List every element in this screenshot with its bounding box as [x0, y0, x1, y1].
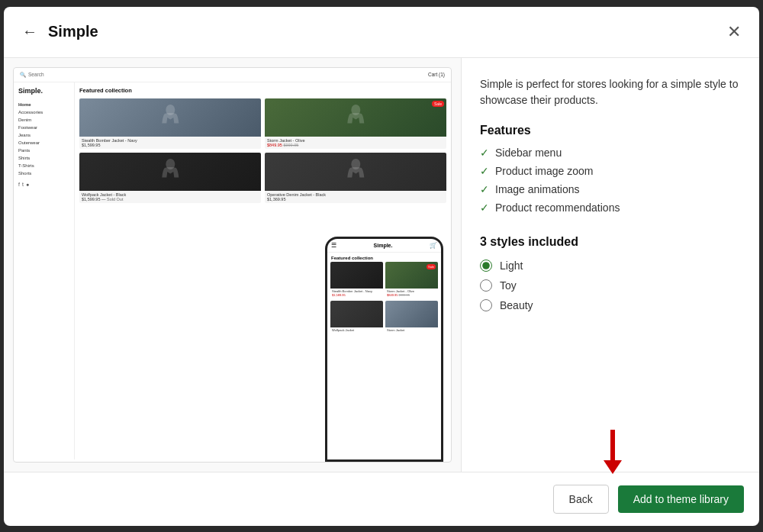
- style-option-light[interactable]: Light: [480, 260, 741, 272]
- feature-item-animations: ✓ Image animations: [480, 183, 741, 195]
- product-image-4: [265, 153, 446, 191]
- phone-sale-badge: Sale: [427, 264, 436, 269]
- facebook-icon: f: [18, 182, 20, 187]
- theme-preview: 🔍 Search Cart (1) Simple. Home Accessori…: [4, 58, 461, 472]
- site-nav-bar: 🔍 Search Cart (1): [14, 68, 451, 82]
- product-image-1: [79, 98, 261, 137]
- product-price-2: $849.95 $999.95: [267, 143, 444, 147]
- site-search: 🔍 Search: [20, 72, 44, 78]
- nav-item-denim: Denim: [18, 116, 69, 124]
- style-option-beauty[interactable]: Beauty: [480, 299, 741, 311]
- styles-section: 3 styles included Light Toy Beauty: [480, 235, 741, 319]
- site-section-title: Featured collection: [79, 87, 446, 94]
- radio-beauty[interactable]: [480, 299, 492, 311]
- arrow-indicator: [604, 430, 622, 474]
- phone-cart-icon: 🛒: [430, 242, 437, 249]
- nav-item-home: Home: [18, 101, 69, 108]
- feature-text-animations: Image animations: [495, 183, 580, 195]
- phone-nav: ☰ Simple. 🛒: [327, 239, 441, 253]
- product-info-3: Wolfpack Jacket - Black $1,599.95 — Sold…: [79, 191, 261, 203]
- arrow-down-icon: [604, 460, 622, 474]
- phone-product-info-1: Stealth Bomber Jacket - Navy $1,589.95: [330, 289, 383, 299]
- radio-toy[interactable]: [480, 279, 492, 292]
- add-to-library-button[interactable]: Add to theme library: [618, 485, 744, 513]
- phone-product-img-4: [385, 301, 438, 327]
- phone-product-grid: Stealth Bomber Jacket - Navy $1,589.95 S…: [327, 262, 441, 335]
- search-icon: 🔍: [20, 72, 26, 78]
- modal-footer: Back Add to theme library: [4, 472, 759, 526]
- phone-logo: Simple.: [374, 243, 393, 248]
- back-button[interactable]: Back: [553, 485, 609, 514]
- modal-header: ← Simple ✕: [4, 7, 759, 58]
- product-grid: Stealth Bomber Jacket - Navy $1,599.95: [79, 98, 446, 203]
- site-social-icons: f t ●: [18, 182, 69, 187]
- feature-text-zoom: Product image zoom: [495, 165, 593, 177]
- phone-product-img-3: [330, 301, 383, 327]
- modal-overlay: ← Simple ✕ 🔍 Search: [0, 0, 763, 532]
- product-image-2: [265, 98, 446, 137]
- close-icon: ✕: [727, 22, 741, 42]
- phone-product-name-4: Storm Jacket: [387, 329, 436, 333]
- check-icon-animations: ✓: [480, 183, 489, 195]
- phone-product-2: Sale Storm Jacket - Olive $849.95 $999.9…: [385, 262, 438, 299]
- sale-badge-2: Sale: [432, 101, 444, 107]
- phone-product-info-4: Storm Jacket: [385, 327, 438, 334]
- arrow-shaft: [610, 430, 615, 460]
- site-logo: Simple.: [18, 87, 69, 95]
- phone-product-img-1: [330, 262, 383, 289]
- phone-product-3: Wolfpack Jacket: [330, 301, 383, 334]
- phone-product-price-1: $1,589.95: [332, 293, 382, 297]
- phone-product-price-2: $849.95 $999.95: [387, 293, 436, 297]
- product-info-1: Stealth Bomber Jacket - Navy $1,599.95: [79, 137, 261, 149]
- nav-item-shirts: Shirts: [18, 154, 69, 162]
- product-card-1: Stealth Bomber Jacket - Navy $1,599.95: [79, 98, 261, 149]
- nav-item-footwear: Footwear: [18, 124, 69, 131]
- product-price-4: $1,369.95: [267, 197, 444, 202]
- site-sidebar: Simple. Home Accessories Denim Footwear …: [14, 82, 75, 459]
- nav-item-tshirts: T-Shirts: [18, 162, 69, 169]
- phone-product-1: Stealth Bomber Jacket - Navy $1,589.95: [330, 262, 383, 299]
- product-card-2: Sale Storm Jacket - Olive $849.95 $999.9…: [265, 98, 446, 149]
- instagram-icon: ●: [26, 182, 29, 187]
- phone-product-info-3: Wolfpack Jacket: [330, 327, 383, 334]
- feature-text-recommendations: Product recommendations: [495, 202, 620, 214]
- phone-screen: ☰ Simple. 🛒 Featured collection: [327, 239, 441, 459]
- phone-mockup: ☰ Simple. 🛒 Featured collection: [325, 237, 443, 462]
- product-info-2: Storm Jacket - Olive $849.95 $999.95: [265, 137, 446, 149]
- nav-item-shorts: Shorts: [18, 169, 69, 177]
- product-card-3: Wolfpack Jacket - Black $1,599.95 — Sold…: [79, 153, 261, 203]
- modal-back-button[interactable]: ←: [19, 20, 40, 44]
- feature-text-sidebar: Sidebar menu: [495, 147, 562, 159]
- site-mockup: 🔍 Search Cart (1) Simple. Home Accessori…: [13, 67, 452, 463]
- style-option-toy[interactable]: Toy: [480, 279, 741, 292]
- back-arrow-icon: ←: [22, 23, 37, 40]
- feature-item-recommendations: ✓ Product recommendations: [480, 202, 741, 214]
- nav-item-pants: Pants: [18, 147, 69, 154]
- modal-close-button[interactable]: ✕: [724, 19, 744, 45]
- phone-product-name-3: Wolfpack Jacket: [332, 329, 382, 333]
- style-label-light: Light: [500, 260, 523, 272]
- site-cart: Cart (1): [428, 72, 445, 77]
- feature-item-zoom: ✓ Product image zoom: [480, 165, 741, 177]
- modal-title: Simple: [48, 23, 724, 40]
- nav-item-accessories: Accessories: [18, 108, 69, 116]
- features-section: Features ✓ Sidebar menu ✓ Product image …: [480, 124, 741, 220]
- product-price-3: $1,599.95 — Sold Out: [82, 197, 259, 202]
- theme-description: Simple is perfect for stores looking for…: [480, 76, 741, 108]
- phone-product-info-2: Storm Jacket - Olive $849.95 $999.95: [385, 289, 438, 299]
- check-icon-zoom: ✓: [480, 165, 489, 177]
- check-icon-sidebar: ✓: [480, 147, 489, 159]
- check-icon-recommendations: ✓: [480, 202, 489, 214]
- nav-item-outerwear: Outerwear: [18, 139, 69, 147]
- phone-menu-icon: ☰: [331, 242, 336, 249]
- modal-body: 🔍 Search Cart (1) Simple. Home Accessori…: [4, 58, 759, 472]
- product-price-1: $1,599.95: [82, 143, 259, 147]
- style-label-beauty: Beauty: [500, 299, 533, 311]
- theme-detail-modal: ← Simple ✕ 🔍 Search: [4, 7, 759, 526]
- nav-item-jeans: Jeans: [18, 131, 69, 139]
- feature-item-sidebar: ✓ Sidebar menu: [480, 147, 741, 159]
- radio-light[interactable]: [480, 260, 492, 272]
- phone-section-title: Featured collection: [327, 253, 441, 262]
- phone-product-4: Storm Jacket: [385, 301, 438, 334]
- features-title: Features: [480, 124, 741, 137]
